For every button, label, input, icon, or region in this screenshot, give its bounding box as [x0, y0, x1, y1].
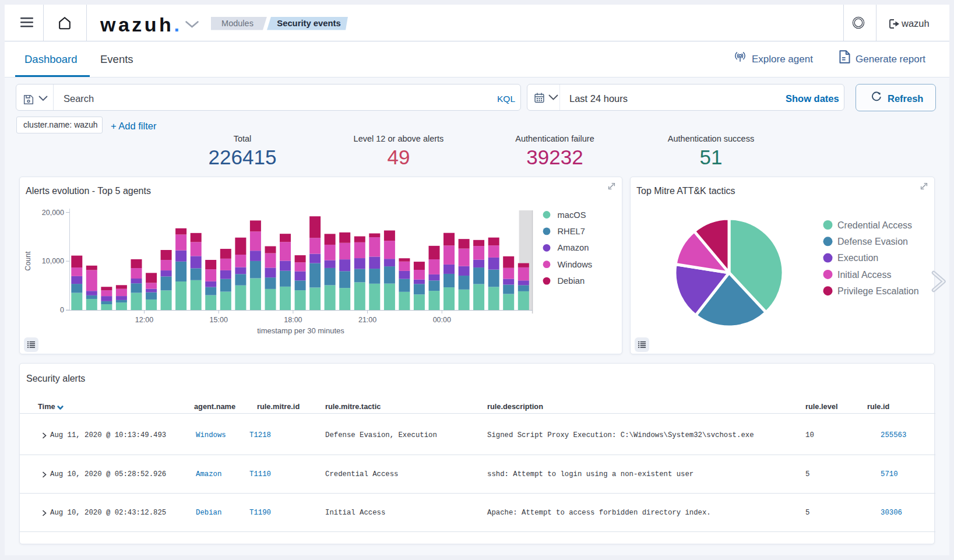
svg-text:Debian: Debian — [558, 276, 585, 286]
svg-text:RHEL7: RHEL7 — [558, 227, 585, 236]
svg-text:15:00: 15:00 — [210, 316, 228, 324]
svg-text:Windows: Windows — [558, 260, 593, 269]
svg-text:00:00: 00:00 — [433, 316, 451, 324]
svg-text:21:00: 21:00 — [358, 316, 376, 324]
svg-text:10,000: 10,000 — [42, 257, 64, 265]
svg-text:Execution: Execution — [837, 253, 878, 263]
svg-text:Privilege Escalation: Privilege Escalation — [837, 286, 919, 296]
svg-text:timestamp per 30 minutes: timestamp per 30 minutes — [257, 326, 344, 335]
svg-text:0: 0 — [60, 306, 64, 314]
svg-text:Initial Access: Initial Access — [837, 270, 891, 280]
svg-text:Defense Evasion: Defense Evasion — [837, 237, 908, 246]
svg-text:Count: Count — [24, 251, 32, 271]
svg-text:12:00: 12:00 — [135, 316, 153, 324]
svg-text:20,000: 20,000 — [42, 209, 64, 217]
svg-text:Credential Access: Credential Access — [837, 220, 912, 230]
svg-text:macOS: macOS — [558, 210, 586, 220]
svg-text:Amazon: Amazon — [558, 243, 589, 252]
svg-text:18:00: 18:00 — [284, 316, 302, 324]
